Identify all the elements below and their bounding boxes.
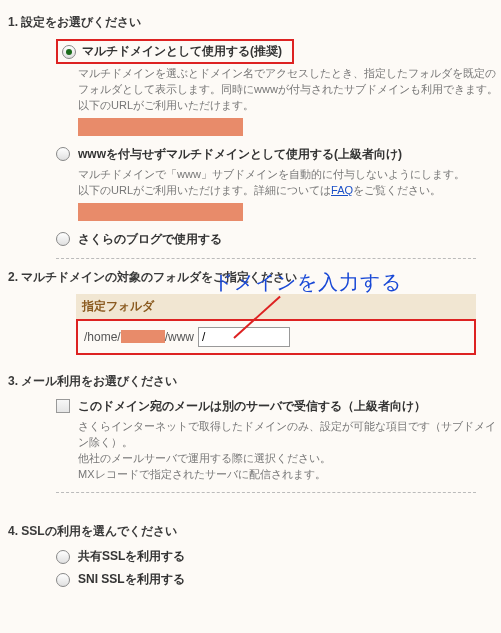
annotation-domain-input: ドメインを入力する — [213, 269, 402, 296]
section4-title: 4. SSLの利用を選んでください — [8, 523, 501, 540]
path-suffix: /www — [165, 330, 194, 344]
divider-2 — [56, 492, 476, 493]
masked-url-1 — [78, 118, 243, 136]
ssl-option1-block: 共有SSLを利用する — [56, 548, 501, 565]
mail-option-label[interactable]: このドメイン宛のメールは別のサーバで受信する（上級者向け） — [78, 398, 426, 415]
mail-option-block: このドメイン宛のメールは別のサーバで受信する（上級者向け） さくらインターネット… — [56, 398, 501, 483]
option3-label[interactable]: さくらのブログで使用する — [78, 231, 222, 248]
ssl-option2-block: SNI SSLを利用する — [56, 571, 501, 588]
option2-desc: マルチドメインで「www」サブドメインを自動的に付与しないようにします。 以下の… — [78, 167, 501, 221]
option2-label[interactable]: wwwを付与せずマルチドメインとして使用する(上級者向け) — [78, 146, 402, 163]
option1-highlight: マルチドメインとして使用する(推奨) — [56, 39, 294, 64]
section3-title: 3. メール利用をお選びください — [8, 373, 501, 390]
masked-username — [121, 330, 165, 343]
radio-sni-ssl[interactable] — [56, 573, 70, 587]
radio-multidomain[interactable] — [62, 45, 76, 59]
option3-block: さくらのブログで使用する — [56, 231, 501, 248]
option2-block: wwwを付与せずマルチドメインとして使用する(上級者向け) マルチドメインで「w… — [56, 146, 501, 221]
checkbox-external-mail[interactable] — [56, 399, 70, 413]
option1-block: マルチドメインとして使用する(推奨) マルチドメインを選ぶとドメイン名でアクセス… — [56, 39, 501, 136]
section1-title: 1. 設定をお選びください — [8, 14, 501, 31]
mail-option-desc: さくらインターネットで取得したドメインのみ、設定が可能な項目です（サブドメイン除… — [78, 419, 501, 483]
faq-link[interactable]: FAQ — [331, 184, 353, 196]
folder-path-box: /home//www — [76, 319, 476, 355]
ssl-option1-label[interactable]: 共有SSLを利用する — [78, 548, 185, 565]
divider-1 — [56, 258, 476, 259]
masked-url-2 — [78, 203, 243, 221]
ssl-option2-label[interactable]: SNI SSLを利用する — [78, 571, 185, 588]
path-prefix: /home/ — [84, 330, 121, 344]
radio-no-www[interactable] — [56, 147, 70, 161]
option1-desc: マルチドメインを選ぶとドメイン名でアクセスしたとき、指定したフォルダを既定のフォ… — [78, 66, 501, 136]
radio-sakura-blog[interactable] — [56, 232, 70, 246]
radio-shared-ssl[interactable] — [56, 550, 70, 564]
option1-label[interactable]: マルチドメインとして使用する(推奨) — [82, 43, 282, 60]
